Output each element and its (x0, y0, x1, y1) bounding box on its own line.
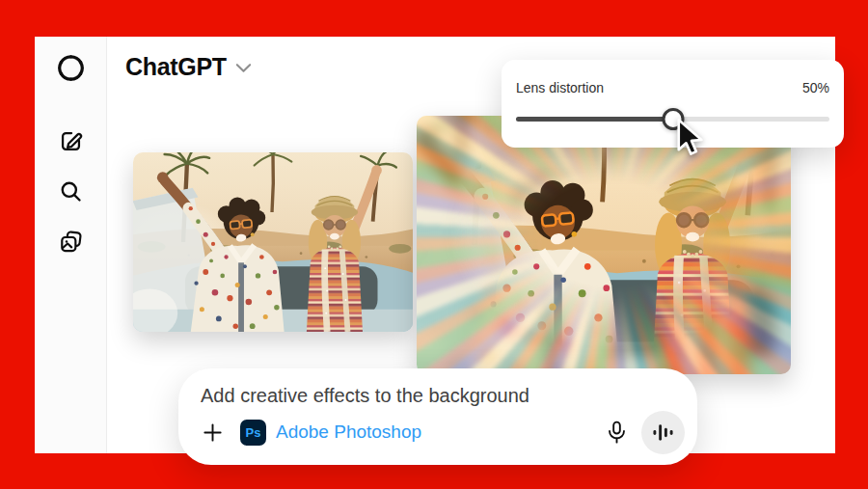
new-chat-button[interactable] (56, 126, 85, 155)
lens-distortion-panel: Lens distortion 50% (502, 60, 844, 148)
promo-frame: ChatGPT Lens distortion 50% Add creativ (0, 0, 868, 489)
photoshop-badge-icon: Ps (240, 420, 266, 446)
model-switcher[interactable]: ChatGPT (125, 53, 252, 81)
lens-distortion-slider[interactable] (516, 108, 829, 131)
slider-fill (516, 117, 673, 122)
photo-art-sharp (417, 116, 791, 374)
compose-icon (58, 128, 84, 154)
photo-original[interactable] (133, 152, 413, 332)
search-icon (58, 178, 84, 204)
prompt-input[interactable]: Add creative effects to the background (201, 385, 529, 407)
plugin-name: Adobe Photoshop (276, 421, 421, 443)
attach-button[interactable] (197, 417, 228, 448)
composer: Add creative effects to the background P… (178, 368, 697, 465)
dictate-button[interactable] (600, 413, 633, 451)
voice-waveform-icon (651, 421, 675, 444)
sidebar (35, 37, 107, 453)
search-button[interactable] (56, 177, 85, 205)
page-title: ChatGPT (125, 53, 227, 81)
openai-logo-icon (56, 53, 85, 82)
effect-value: 50% (802, 80, 829, 95)
microphone-icon (605, 420, 629, 446)
library-button[interactable] (56, 227, 85, 256)
plus-icon (202, 421, 224, 444)
voice-mode-button[interactable] (641, 411, 685, 454)
photo-distorted[interactable] (417, 116, 791, 374)
chevron-down-icon (235, 61, 252, 74)
slider-thumb[interactable] (662, 108, 684, 130)
plugin-chip-photoshop[interactable]: Ps Adobe Photoshop (240, 420, 421, 446)
photo-art (133, 152, 413, 332)
library-images-icon (58, 229, 84, 255)
effect-label: Lens distortion (516, 80, 604, 95)
